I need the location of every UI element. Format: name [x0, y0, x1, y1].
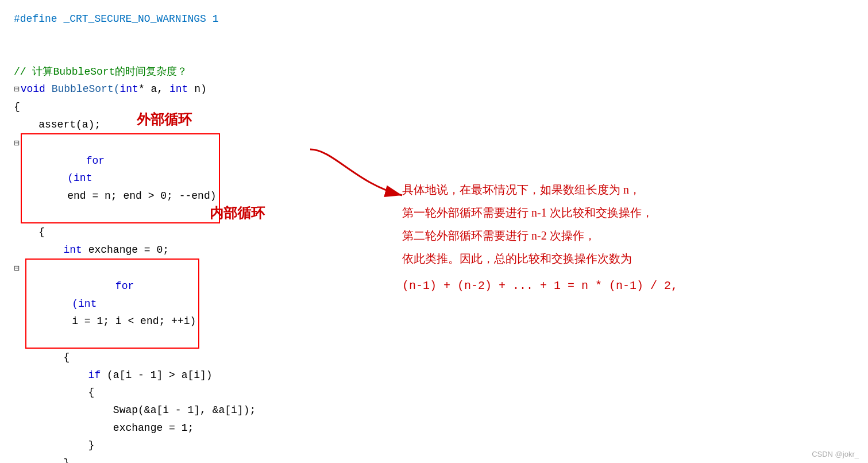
for-outer-rest: end = n; end > 0; --end): [61, 190, 216, 202]
assert-rest: (a);: [76, 116, 101, 134]
code-line-blank2: [14, 45, 854, 63]
if-cond: (a[i - 1] > a[i]): [101, 366, 212, 384]
code-line-func-sig: ⊟ void BubbleSort( int * a, int n): [14, 80, 854, 98]
code-line-if-close: }: [14, 437, 854, 454]
annotation-line2: 第一轮外部循环需要进行 n-1 次比较和交换操作，: [402, 201, 850, 224]
swap-call: Swap(&a[i - 1], &a[i]);: [14, 402, 256, 419]
open-brace-outer: {: [14, 98, 20, 116]
exchange-rest: exchange = 0;: [82, 241, 169, 259]
annotation-text: 具体地说，在最坏情况下，如果数组长度为 n， 第一轮外部循环需要进行 n-1 次…: [402, 178, 850, 270]
brace-if: {: [14, 384, 94, 402]
annotation-line3: 第二轮外部循环需要进行 n-2 次操作，: [402, 224, 850, 247]
kw-int-param1: int: [119, 80, 138, 98]
code-line-exchange-assign: exchange = 1;: [14, 419, 854, 437]
kw-for-outer: for: [61, 155, 105, 167]
kw-void: void: [21, 80, 45, 98]
collapse-outer-for[interactable]: ⊟: [14, 136, 20, 152]
code-line-if: if (a[i - 1] > a[i]): [14, 366, 854, 384]
code-line-inner-close: }: [14, 454, 854, 463]
kw-if: if: [14, 366, 101, 384]
brace-inner: {: [14, 349, 70, 366]
kw-int-param2: int: [163, 80, 188, 98]
outer-for-box: for (int end = n; end > 0; --end): [21, 133, 220, 223]
code-line-inner-open: {: [14, 349, 854, 366]
annotation-formula: (n-1) + (n-2) + ... + 1 = n * (n-1) / 2,: [402, 279, 850, 292]
annotation-block: 具体地说，在最坏情况下，如果数组长度为 n， 第一轮外部循环需要进行 n-1 次…: [402, 178, 850, 292]
collapse-inner-for[interactable]: ⊟: [14, 261, 20, 277]
kw-int-i: (int: [65, 298, 97, 310]
param-star: *: [138, 80, 145, 98]
code-line-define: #define _CRT_SECURE_NO_WARNINGS 1: [14, 10, 854, 28]
param-n: n): [188, 80, 206, 98]
brace-for-outer: {: [14, 223, 45, 241]
code-line-blank1: [14, 28, 854, 46]
watermark: CSDN @jokr_: [812, 450, 859, 458]
inner-for-box: for (int i = 1; i < end; ++i): [25, 258, 200, 349]
exchange-assign: exchange = 1;: [14, 419, 194, 437]
code-line-comment: // 计算BubbleSort的时间复杂度？: [14, 63, 854, 81]
preprocessor-define: #define _CRT_SECURE_NO_WARNINGS 1: [14, 10, 218, 28]
annotation-line1: 具体地说，在最坏情况下，如果数组长度为 n，: [402, 178, 850, 201]
comment-text: // 计算BubbleSort的时间复杂度？: [14, 63, 187, 81]
brace-inner-close: }: [14, 454, 70, 463]
kw-for-inner: for: [65, 280, 134, 292]
param-a: a,: [145, 80, 163, 98]
kw-int-end: (int: [61, 172, 92, 184]
code-line-if-open: {: [14, 384, 854, 402]
kw-int-exchange: int: [14, 241, 82, 259]
func-name: BubbleSort(: [45, 80, 120, 98]
assert-indent: assert: [14, 116, 76, 134]
code-line-swap: Swap(&a[i - 1], &a[i]);: [14, 402, 854, 419]
collapse-func[interactable]: ⊟: [14, 82, 20, 98]
outer-loop-label: 外部循环: [137, 110, 192, 129]
brace-if-close: }: [14, 437, 94, 454]
for-inner-rest: i = 1; i < end; ++i): [65, 315, 196, 327]
inner-loop-label: 内部循环: [210, 204, 265, 222]
annotation-line4: 依此类推。因此，总的比较和交换操作次数为: [402, 247, 850, 270]
